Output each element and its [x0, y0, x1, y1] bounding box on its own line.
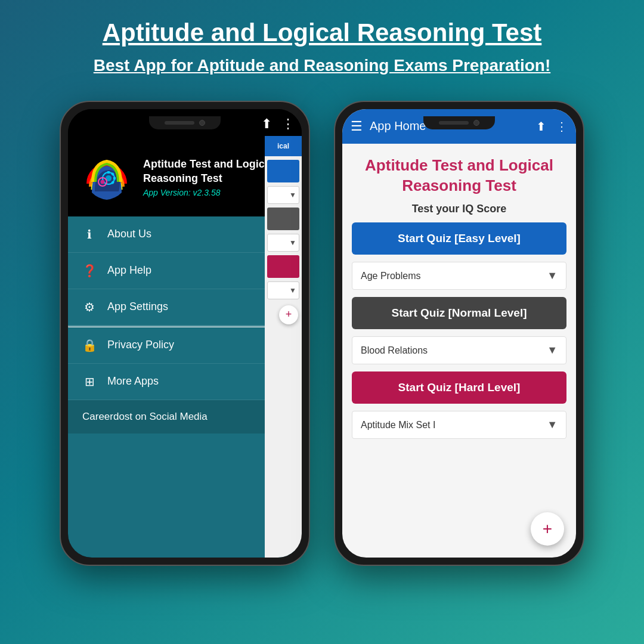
right-phone: ☰ App Home ⬆ ⋮ Aptitude Test and Logical… — [334, 101, 584, 566]
menu-item-settings[interactable]: ⚙ App Settings — [68, 289, 295, 326]
header: Aptitude and Logical Reasoning Test Best… — [0, 0, 644, 89]
peek-header: ical — [265, 136, 302, 156]
menu-label-settings: App Settings — [107, 301, 168, 313]
menu-item-privacy[interactable]: 🔒 Privacy Policy — [68, 327, 295, 364]
speaker — [165, 121, 194, 125]
peek-drop-2: ▼ — [267, 234, 299, 252]
toolbar-share-icon[interactable]: ⬆ — [536, 119, 546, 134]
fab-icon: + — [543, 519, 552, 538]
right-speaker — [439, 121, 469, 125]
drawer-app-version: App Version: v2.3.58 — [143, 188, 283, 197]
toolbar-icons: ⬆ ⋮ — [536, 119, 568, 134]
peek-btn-1 — [267, 160, 299, 182]
dropdown-age-label: Age Problems — [361, 271, 421, 281]
peek-fab: + — [279, 305, 298, 324]
start-quiz-hard-button[interactable]: Start Quiz [Hard Level] — [352, 371, 566, 404]
menu-item-more-apps[interactable]: ⊞ More Apps — [68, 364, 295, 400]
drawer-app-name: Aptitude Test and Logical Reasoning Test — [143, 157, 283, 185]
dropdown-blood-label: Blood Relations — [361, 345, 428, 356]
app-logo — [80, 151, 134, 205]
peek-btn-2 — [267, 208, 299, 230]
menu-item-about[interactable]: ℹ About Us — [68, 216, 295, 253]
toolbar-more-icon[interactable]: ⋮ — [556, 119, 568, 134]
peek-drop-3: ▼ — [267, 281, 299, 299]
right-phone-notch — [423, 116, 495, 129]
camera — [199, 120, 205, 126]
fab-button[interactable]: + — [531, 512, 564, 546]
start-quiz-normal-button[interactable]: Start Quiz [Normal Level] — [352, 297, 566, 329]
drawer-social[interactable]: Careerdost on Social Media — [68, 400, 295, 434]
peek-content: ▼ ▼ ▼ + — [265, 156, 302, 330]
menu-item-help[interactable]: ❓ App Help — [68, 253, 295, 289]
menu-label-more-apps: More Apps — [107, 375, 159, 388]
app-screen: ☰ App Home ⬆ ⋮ Aptitude Test and Logical… — [342, 109, 576, 558]
menu-label-help: App Help — [107, 264, 151, 277]
help-icon: ❓ — [82, 264, 97, 278]
left-phone-notch — [149, 116, 221, 129]
info-icon: ℹ — [82, 227, 97, 242]
drawer-menu: ℹ About Us ❓ App Help ⚙ App Settings — [68, 216, 295, 558]
left-phone-screen: ⬆ ⋮ — [68, 109, 302, 558]
dropdown-mix-arrow: ▼ — [547, 419, 558, 431]
dropdown-blood-arrow: ▼ — [547, 344, 558, 357]
dropdown-aptitude-mix[interactable]: Aptitude Mix Set I ▼ — [352, 411, 566, 439]
right-phone-screen: ☰ App Home ⬆ ⋮ Aptitude Test and Logical… — [342, 109, 576, 558]
dropdown-mix-label: Aptitude Mix Set I — [361, 420, 435, 431]
menu-label-about: About Us — [107, 228, 151, 240]
svg-rect-8 — [113, 177, 116, 179]
menu-label-privacy: Privacy Policy — [107, 339, 174, 351]
share-icon[interactable]: ⬆ — [261, 116, 272, 132]
left-phone: ⬆ ⋮ — [60, 101, 310, 566]
main-title: Aptitude and Logical Reasoning Test — [36, 18, 608, 48]
right-peek: ical ▼ ▼ ▼ + — [265, 136, 302, 558]
lock-icon: 🔒 — [82, 338, 97, 352]
sub-title: Best App for Aptitude and Reasoning Exam… — [36, 55, 608, 76]
drawer-content: Aptitude Test and Logical Reasoning Test… — [68, 139, 295, 558]
dropdown-age-arrow: ▼ — [547, 270, 558, 282]
phones-container: ⬆ ⋮ — [0, 89, 644, 566]
svg-point-5 — [101, 179, 105, 184]
peek-drop-1: ▼ — [267, 186, 299, 204]
more-icon[interactable]: ⋮ — [281, 116, 295, 132]
peek-btn-3 — [267, 255, 299, 278]
grid-icon: ⊞ — [82, 374, 97, 389]
settings-icon: ⚙ — [82, 300, 97, 314]
toolbar-menu-icon[interactable]: ☰ — [351, 119, 363, 134]
dropdown-age-problems[interactable]: Age Problems ▼ — [352, 262, 566, 290]
start-quiz-easy-button[interactable]: Start Quiz [Easy Level] — [352, 222, 566, 255]
drawer-header-text: Aptitude Test and Logical Reasoning Test… — [143, 157, 283, 197]
dropdown-blood-relations[interactable]: Blood Relations ▼ — [352, 336, 566, 364]
drawer-header: Aptitude Test and Logical Reasoning Test… — [68, 139, 295, 216]
app-subtitle: Test your IQ Score — [352, 203, 566, 215]
svg-rect-6 — [107, 171, 110, 174]
drawer-screen: ⬆ ⋮ — [68, 109, 302, 558]
app-main-title: Aptitude Test and Logical Reasoning Test — [352, 156, 566, 196]
right-camera — [473, 120, 479, 126]
app-content: Aptitude Test and Logical Reasoning Test… — [342, 144, 576, 558]
